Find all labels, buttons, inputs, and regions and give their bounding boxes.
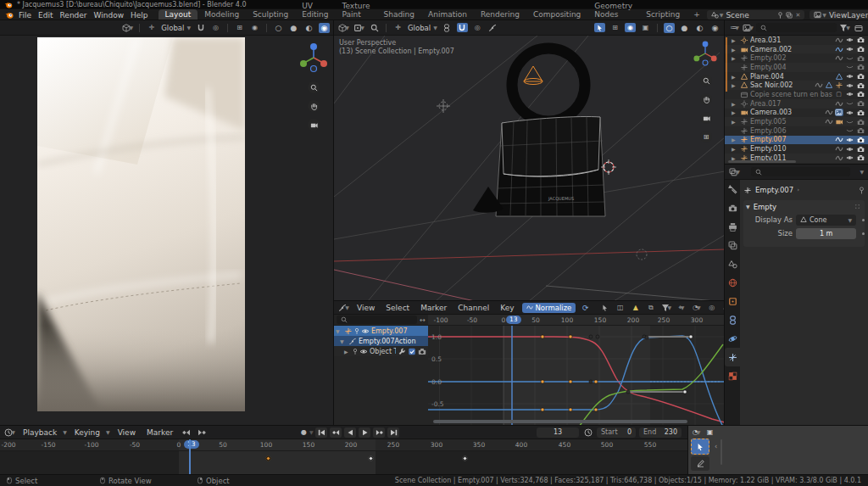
- hide-toggle-icon[interactable]: [845, 154, 854, 162]
- render-toggle-icon[interactable]: [856, 136, 865, 143]
- gizmo-toggle-icon[interactable]: ▣: [704, 427, 715, 437]
- shading-solid-icon[interactable]: ●: [288, 23, 299, 33]
- proportional-falloff-icon[interactable]: [487, 23, 498, 32]
- annotate-tool-button[interactable]: [691, 456, 709, 471]
- tab-view-layer[interactable]: [725, 236, 740, 254]
- hide-toggle-icon[interactable]: [845, 145, 854, 153]
- display-as-dropdown[interactable]: Cone ▼: [796, 215, 856, 226]
- outliner-row-empty010[interactable]: ▶ Empty.010: [725, 144, 868, 154]
- tab-scene[interactable]: [725, 254, 740, 273]
- vertical-scrollbar[interactable]: [721, 439, 722, 465]
- xray-toggle-icon[interactable]: ▣: [640, 23, 651, 32]
- pin-icon[interactable]: [859, 187, 865, 194]
- show-handles-icon[interactable]: ◫: [615, 303, 626, 312]
- outliner-row-empty006[interactable]: Empty.006: [725, 126, 868, 136]
- expand-range-icon[interactable]: ↔: [420, 316, 426, 324]
- display-mode-icon[interactable]: ▼: [743, 23, 754, 32]
- outliner-row-area017[interactable]: ▶ Area.017: [725, 99, 868, 109]
- tab-tool[interactable]: [725, 180, 740, 198]
- app-menu-icon[interactable]: [3, 10, 15, 20]
- hide-toggle-icon[interactable]: [845, 118, 854, 126]
- chevron-down-icon[interactable]: ▼: [860, 169, 864, 175]
- editor-type-icon[interactable]: ▼: [122, 23, 133, 32]
- render-toggle-icon[interactable]: [856, 118, 865, 126]
- render-toggle-icon[interactable]: [856, 81, 865, 89]
- current-frame-badge[interactable]: 13: [506, 316, 521, 324]
- auto-keying-record-icon[interactable]: ●: [298, 427, 309, 437]
- tab-texture[interactable]: [725, 366, 740, 385]
- collapse-icon[interactable]: ▼: [336, 328, 342, 334]
- play-button[interactable]: [359, 427, 370, 438]
- tab-object[interactable]: [725, 292, 740, 310]
- empty-cone-selected[interactable]: [524, 66, 542, 85]
- tab-texture-paint[interactable]: Texture Paint: [336, 1, 377, 20]
- eye-icon[interactable]: [359, 348, 368, 355]
- horizontal-scrollbar[interactable]: [433, 420, 687, 423]
- modifier-wrench-icon[interactable]: [398, 348, 406, 355]
- hide-toggle-icon[interactable]: [845, 109, 854, 116]
- render-toggle-icon[interactable]: [856, 73, 865, 81]
- graph-curves-canvas[interactable]: [428, 326, 725, 426]
- toolbar-collapse-icon[interactable]: ‹: [715, 443, 717, 450]
- ghost-curves-icon[interactable]: ◔▼: [691, 303, 702, 312]
- outliner-search-input[interactable]: [756, 23, 837, 32]
- menu-marker[interactable]: Marker: [417, 304, 450, 312]
- jump-next-keyframe-icon[interactable]: [196, 427, 207, 437]
- render-toggle-icon[interactable]: [856, 127, 865, 135]
- jump-to-start-button[interactable]: [315, 427, 327, 438]
- tab-compositing[interactable]: Compositing: [526, 9, 587, 20]
- tab-layout[interactable]: Layout: [159, 9, 198, 20]
- snap-magnet-icon[interactable]: [457, 23, 468, 32]
- properties-editor[interactable]: ▼ ▼ Empty.007 › ▼ Empty: [725, 165, 868, 426]
- normalize-auto-icon[interactable]: ⟳: [580, 303, 591, 312]
- shading-wireframe-icon[interactable]: ○: [273, 23, 284, 33]
- overlays-toggle-icon[interactable]: ◉: [249, 23, 260, 32]
- render-toggle-icon[interactable]: [856, 154, 865, 162]
- outliner-row-empty004[interactable]: Empty.004: [725, 63, 868, 72]
- tab-geometry-nodes[interactable]: Geometry Nodes: [587, 1, 639, 20]
- graph-ruler[interactable]: 13 -100-50050100150200250300: [428, 315, 725, 326]
- mini-viewport[interactable]: ◔▼ ▣ ‹: [688, 426, 868, 475]
- menu-file[interactable]: File: [15, 11, 35, 20]
- shading-dropdown-icon[interactable]: ◔▼: [691, 427, 702, 437]
- gizmos-toggle-icon[interactable]: ⊞: [234, 23, 245, 32]
- channel-row-object[interactable]: ▼ Empty.007: [334, 326, 428, 336]
- hide-toggle-icon[interactable]: [845, 73, 854, 81]
- render-toggle-icon[interactable]: [856, 100, 865, 108]
- menu-playback[interactable]: Playback: [19, 428, 60, 437]
- frame-start-field[interactable]: Start 0: [597, 427, 636, 438]
- filter-icon[interactable]: ▼: [839, 23, 850, 32]
- filter-icon[interactable]: ▼: [660, 303, 671, 312]
- copy-icon[interactable]: ⧉: [645, 303, 656, 312]
- timeline-ruler[interactable]: 13 -200-150-100-500501001502002503003504…: [0, 439, 688, 451]
- snap-magnet-icon[interactable]: [195, 23, 206, 32]
- gizmos-toggle-icon[interactable]: ⊞: [609, 23, 620, 32]
- pin-icon[interactable]: [777, 12, 783, 19]
- tab-constraints[interactable]: [725, 310, 740, 329]
- editor-type-timeline-icon[interactable]: ▼: [4, 427, 15, 437]
- cursor-tool-icon[interactable]: [599, 303, 610, 312]
- shading-solid-icon[interactable]: ●: [679, 23, 690, 33]
- proportional-icon[interactable]: ◎: [706, 303, 717, 312]
- render-toggle-icon[interactable]: [856, 109, 865, 116]
- close-icon[interactable]: ✕: [795, 12, 800, 19]
- shading-rendered-icon[interactable]: ◉: [319, 23, 330, 33]
- empty-panel-header[interactable]: ▼ Empty: [743, 200, 865, 213]
- shading-rendered-icon[interactable]: ◉: [709, 23, 721, 33]
- zoom-icon[interactable]: [308, 81, 320, 93]
- editor-type-icon[interactable]: ▼: [338, 23, 349, 32]
- pan-hand-icon[interactable]: [700, 93, 712, 105]
- jump-to-end-button[interactable]: [387, 427, 399, 438]
- channel-search-input[interactable]: [337, 316, 417, 324]
- hide-toggle-icon[interactable]: [845, 36, 854, 44]
- curve-area[interactable]: 1.00.50.0-0.5: [428, 326, 725, 426]
- menu-help[interactable]: Help: [127, 11, 152, 20]
- tab-shading[interactable]: Shading: [376, 9, 421, 20]
- render-toggle-icon[interactable]: [856, 64, 865, 71]
- menu-keying[interactable]: Keying: [71, 428, 103, 437]
- select-box-tool-button[interactable]: [691, 439, 709, 455]
- pin-icon[interactable]: [354, 327, 359, 335]
- tab-world[interactable]: [725, 273, 740, 292]
- render-toggle-icon[interactable]: [856, 36, 865, 44]
- exclude-checkbox-icon[interactable]: ▢: [834, 91, 843, 98]
